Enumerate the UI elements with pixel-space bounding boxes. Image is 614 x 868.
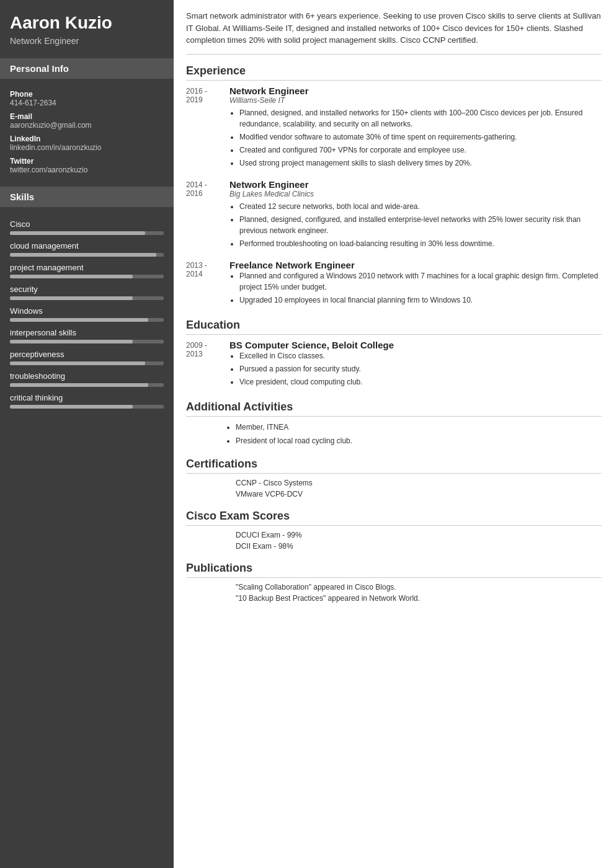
skill-item: critical thinking xyxy=(10,393,164,409)
exam-text: DCUCI Exam - 99% xyxy=(236,531,302,539)
candidate-title: Network Engineer xyxy=(10,36,164,46)
skill-bar-fill xyxy=(10,275,133,278)
skill-bar-bg xyxy=(10,231,164,235)
publications-heading: Publications xyxy=(186,562,602,578)
skill-bar-bg xyxy=(10,253,164,257)
exam-score-item: DCUCI Exam - 99% xyxy=(186,531,602,539)
exp-details: Network Engineer Williams-Seile IT Plann… xyxy=(229,86,602,170)
exp-details: Network Engineer Big Lakes Medical Clini… xyxy=(229,179,602,251)
experience-entry: 2016 -2019 Network Engineer Williams-Sei… xyxy=(186,86,602,170)
skill-name: perceptiveness xyxy=(10,350,164,359)
activity-item: President of local road cycling club. xyxy=(236,435,602,446)
cert-text: CCNP - Cisco Systems xyxy=(236,479,313,487)
candidate-name: Aaron Kuzio xyxy=(10,12,164,33)
twitter-label: Twitter xyxy=(10,157,164,166)
skills-heading: Skills xyxy=(0,187,174,207)
cert-text: VMware VCP6-DCV xyxy=(236,490,303,498)
exam-scores-heading: Cisco Exam Scores xyxy=(186,510,602,526)
exp-job-title: Network Engineer xyxy=(229,86,602,96)
skill-item: troubleshooting xyxy=(10,371,164,387)
bullet: Created and configured 700+ VPNs for cor… xyxy=(239,144,602,156)
edu-degree: BS Computer Science, Beloit College xyxy=(229,340,602,350)
linkedin-label: LinkedIn xyxy=(10,135,164,143)
skill-name: Windows xyxy=(10,306,164,316)
skill-bar-fill xyxy=(10,405,133,409)
skill-bar-bg xyxy=(10,275,164,278)
bullet: Used strong project management skills to… xyxy=(239,157,602,169)
certifications-heading: Certifications xyxy=(186,458,602,474)
publication-item: "Scaling Collaboration" appeared in Cisc… xyxy=(186,583,602,591)
skill-item: cloud management xyxy=(10,241,164,257)
bullet: Excelled in Cisco classes. xyxy=(239,350,602,361)
personal-info-heading: Personal Info xyxy=(0,58,174,79)
education-heading: Education xyxy=(186,319,602,335)
bullet: Pursued a passion for security study. xyxy=(239,363,602,374)
activity-item: Member, ITNEA xyxy=(236,422,602,433)
skill-bar-bg xyxy=(10,296,164,300)
sidebar: Aaron Kuzio Network Engineer Personal In… xyxy=(0,0,174,868)
bullet: Performed troubleshooting on load-balanc… xyxy=(239,238,602,249)
pub-text: "10 Backup Best Practices" appeared in N… xyxy=(236,594,420,603)
bullet: Modified vendor software to automate 30%… xyxy=(239,131,602,143)
additional-activities-section: Additional Activities Member, ITNEAPresi… xyxy=(186,401,602,446)
exam-text: DCII Exam - 98% xyxy=(236,542,293,551)
experience-entry: 2014 -2016 Network Engineer Big Lakes Me… xyxy=(186,179,602,251)
experience-section: Experience 2016 -2019 Network Engineer W… xyxy=(186,64,602,308)
main-content: Smart network administrator with 6+ year… xyxy=(174,0,614,868)
skill-item: perceptiveness xyxy=(10,350,164,365)
skills-section: Cisco cloud management project managemen… xyxy=(0,207,174,415)
skill-bar-bg xyxy=(10,361,164,365)
skill-name: security xyxy=(10,285,164,294)
skill-bar-bg xyxy=(10,405,164,409)
exp-company: Williams-Seile IT xyxy=(229,96,602,105)
skill-item: Cisco xyxy=(10,219,164,235)
exp-dates: 2016 -2019 xyxy=(186,86,229,170)
education-section: Education 2009 -2013 BS Computer Science… xyxy=(186,319,602,389)
publication-item: "10 Backup Best Practices" appeared in N… xyxy=(186,594,602,603)
skill-name: cloud management xyxy=(10,241,164,250)
twitter-value: twitter.com/aaronzkuzio xyxy=(10,166,164,174)
skill-bar-fill xyxy=(10,296,133,300)
skill-item: project management xyxy=(10,263,164,278)
skill-name: critical thinking xyxy=(10,393,164,402)
skill-name: interpersonal skills xyxy=(10,328,164,337)
skill-bar-fill xyxy=(10,340,133,343)
additional-activities-heading: Additional Activities xyxy=(186,401,602,417)
skill-name: troubleshooting xyxy=(10,371,164,381)
phone-label: Phone xyxy=(10,90,164,99)
publications-section: Publications "Scaling Collaboration" app… xyxy=(186,562,602,603)
certification-item: VMware VCP6-DCV xyxy=(186,490,602,498)
bullet: Planned, designed, configured, and insta… xyxy=(239,214,602,236)
bullet: Created 12 secure networks, both local a… xyxy=(239,201,602,212)
skill-bar-fill xyxy=(10,383,148,387)
bullet: Vice president, cloud computing club. xyxy=(239,376,602,388)
skill-item: Windows xyxy=(10,306,164,322)
pub-text: "Scaling Collaboration" appeared in Cisc… xyxy=(236,583,396,591)
bullet: Upgraded 10 employees in local financial… xyxy=(239,294,602,306)
summary-text: Smart network administrator with 6+ year… xyxy=(186,10,602,55)
exp-dates: 2013 -2014 xyxy=(186,260,229,308)
experience-entry: 2013 -2014 Freelance Network Engineer Pl… xyxy=(186,260,602,308)
exam-score-item: DCII Exam - 98% xyxy=(186,542,602,551)
phone-value: 414-617-2634 xyxy=(10,99,164,107)
exp-job-title: Network Engineer xyxy=(229,179,602,190)
skill-bar-fill xyxy=(10,318,148,322)
exam-scores-section: Cisco Exam Scores DCUCI Exam - 99%DCII E… xyxy=(186,510,602,551)
skill-bar-fill xyxy=(10,231,145,235)
exp-job-title: Freelance Network Engineer xyxy=(229,260,602,270)
edu-details: BS Computer Science, Beloit College Exce… xyxy=(229,340,602,389)
exp-company: Big Lakes Medical Clinics xyxy=(229,190,602,198)
email-value: aaronzkuzio@gmail.com xyxy=(10,121,164,130)
skill-bar-bg xyxy=(10,318,164,322)
skill-item: security xyxy=(10,285,164,300)
email-label: E-mail xyxy=(10,112,164,121)
sidebar-header: Aaron Kuzio Network Engineer xyxy=(0,0,174,52)
skill-bar-fill xyxy=(10,361,145,365)
linkedin-value: linkedin.com/in/aaronzkuzio xyxy=(10,143,164,152)
skill-bar-fill xyxy=(10,253,156,257)
skill-name: project management xyxy=(10,263,164,272)
edu-dates: 2009 -2013 xyxy=(186,340,229,389)
education-entry: 2009 -2013 BS Computer Science, Beloit C… xyxy=(186,340,602,389)
skill-bar-bg xyxy=(10,340,164,343)
exp-details: Freelance Network Engineer Planned and c… xyxy=(229,260,602,308)
